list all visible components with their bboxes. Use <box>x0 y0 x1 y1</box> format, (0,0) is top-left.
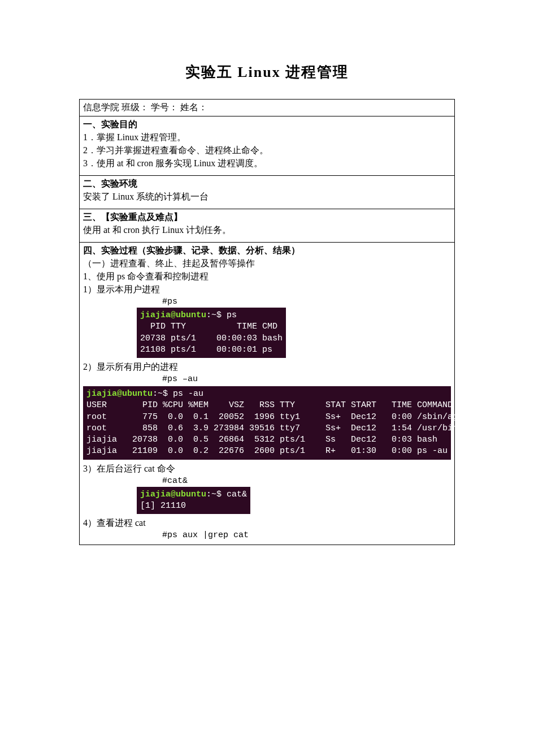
term3-prompt-suffix: :~$ <box>206 490 227 499</box>
proc-1-label: 1）显示本用户进程 <box>83 284 451 296</box>
term3-line-0: [1] 21110 <box>140 501 186 511</box>
terminal-1-wrap: jiajia@ubuntu:~$ ps PID TTY TIME CMD 207… <box>137 308 451 358</box>
proc-1-cmd: #ps <box>162 297 451 306</box>
term2-cmd: ps -au <box>173 389 203 399</box>
proc-step1: 1、使用 ps 命令查看和控制进程 <box>83 271 451 283</box>
section-key-label: 三、【实验重点及难点】 <box>83 211 451 223</box>
term1-line-1: 20738 pts/1 00:00:03 bash <box>140 334 283 343</box>
section-process: 四、实验过程（实验步骤、记录、数据、分析、结果） （一）进程查看、终止、挂起及暂… <box>80 243 454 545</box>
term2-prompt-suffix: :~$ <box>153 389 173 399</box>
section-env-body: 安装了 Linux 系统的计算机一台 <box>83 191 451 203</box>
term2-prompt-user: jiajia@ubuntu <box>86 389 153 399</box>
info-header-text: 信息学院 班级： 学号： 姓名： <box>83 102 207 112</box>
term2-line-0: USER PID %CPU %MEM VSZ RSS TTY STAT STAR… <box>86 400 453 410</box>
term3-cmd: cat& <box>227 490 247 499</box>
term2-line-3: jiajia 20738 0.0 0.5 26864 5312 pts/1 Ss… <box>86 435 437 444</box>
terminal-3: jiajia@ubuntu:~$ cat& [1] 21110 <box>137 487 250 515</box>
purpose-item-2: 2．学习并掌握进程查看命令、进程终止命令。 <box>83 145 451 157</box>
proc-2-cmd: #ps –au <box>162 374 451 384</box>
document-page: 实验五 Linux 进程管理 信息学院 班级： 学号： 姓名： 一、实验目的 1… <box>0 0 534 545</box>
terminal-2: jiajia@ubuntu:~$ ps -au USER PID %CPU %M… <box>83 386 451 460</box>
proc-3-label: 3）在后台运行 cat 命令 <box>83 463 451 475</box>
terminal-2-wrap: jiajia@ubuntu:~$ ps -au USER PID %CPU %M… <box>83 386 451 460</box>
info-header-row: 信息学院 班级： 学号： 姓名： <box>80 100 454 116</box>
term1-cmd: ps <box>227 310 237 320</box>
section-keypoints: 三、【实验重点及难点】 使用 at 和 cron 执行 Linux 计划任务。 <box>80 209 454 243</box>
document-frame: 信息学院 班级： 学号： 姓名： 一、实验目的 1．掌握 Linux 进程管理。… <box>79 99 455 545</box>
section-purpose-label: 一、实验目的 <box>83 119 451 131</box>
page-title: 实验五 Linux 进程管理 <box>0 62 534 82</box>
proc-sub1: （一）进程查看、终止、挂起及暂停等操作 <box>83 258 451 270</box>
term1-line-0: PID TTY TIME CMD <box>140 322 277 331</box>
terminal-1: jiajia@ubuntu:~$ ps PID TTY TIME CMD 207… <box>137 308 286 358</box>
term1-line-2: 21108 pts/1 00:00:01 ps <box>140 345 272 355</box>
term1-prompt-user: jiajia@ubuntu <box>140 310 206 320</box>
term3-prompt-user: jiajia@ubuntu <box>140 490 206 499</box>
term2-line-4: jiajia 21109 0.0 0.2 22676 2600 pts/1 R+… <box>86 446 448 456</box>
term2-line-1: root 775 0.0 0.1 20052 1996 tty1 Ss+ Dec… <box>86 412 493 422</box>
proc-4-label: 4）查看进程 cat <box>83 517 451 529</box>
proc-2-label: 2）显示所有用户的进程 <box>83 361 451 373</box>
section-key-body: 使用 at 和 cron 执行 Linux 计划任务。 <box>83 224 451 236</box>
section-environment: 二、实验环境 安装了 Linux 系统的计算机一台 <box>80 176 454 209</box>
terminal-3-wrap: jiajia@ubuntu:~$ cat& [1] 21110 <box>137 487 451 515</box>
proc-4-cmd: #ps aux |grep cat <box>162 530 451 540</box>
section-env-label: 二、实验环境 <box>83 178 451 190</box>
term2-line-2: root 858 0.6 3.9 273984 39516 tty7 Ss+ D… <box>86 424 493 433</box>
term1-prompt-suffix: :~$ <box>206 310 227 320</box>
section-proc-label: 四、实验过程（实验步骤、记录、数据、分析、结果） <box>83 245 451 257</box>
purpose-item-3: 3．使用 at 和 cron 服务实现 Linux 进程调度。 <box>83 158 451 170</box>
purpose-item-1: 1．掌握 Linux 进程管理。 <box>83 132 451 144</box>
section-purpose: 一、实验目的 1．掌握 Linux 进程管理。 2．学习并掌握进程查看命令、进程… <box>80 116 454 176</box>
proc-3-cmd: #cat& <box>162 476 451 486</box>
